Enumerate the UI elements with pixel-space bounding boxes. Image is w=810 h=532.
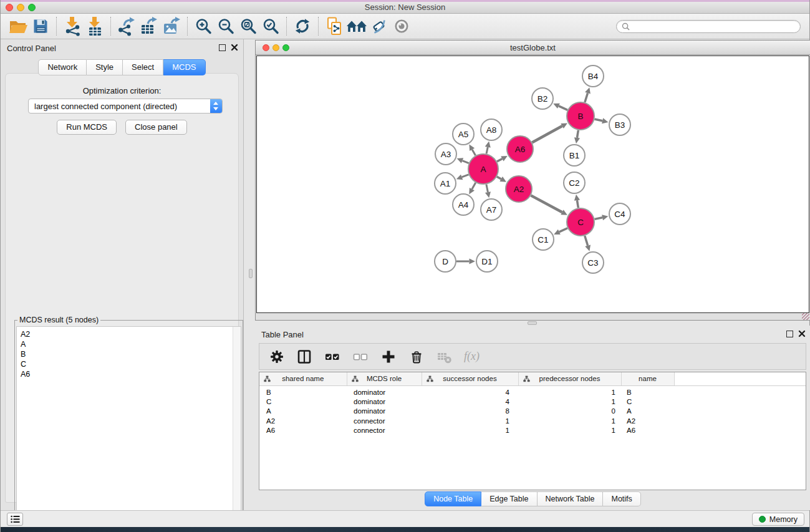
- column-header-predecessor-nodes[interactable]: predecessor nodes: [518, 372, 621, 385]
- close-table-panel-icon[interactable]: [798, 330, 806, 337]
- graph-node-D[interactable]: D: [435, 251, 456, 272]
- import-network-icon[interactable]: [61, 16, 84, 37]
- graph-edge-A-A5[interactable]: [469, 144, 475, 155]
- column-header-shared-name[interactable]: shared name: [259, 372, 347, 385]
- graph-node-C1[interactable]: C1: [533, 229, 554, 250]
- table-options-gear-icon[interactable]: [269, 349, 284, 364]
- table-cell[interactable]: A6: [621, 426, 674, 436]
- graph-node-B2[interactable]: B2: [532, 88, 553, 109]
- deselect-all-checkboxes-icon[interactable]: [352, 349, 369, 364]
- zoom-selected-icon[interactable]: [259, 16, 282, 37]
- column-header-name[interactable]: name: [621, 372, 674, 385]
- first-neighbors-icon[interactable]: [345, 16, 368, 37]
- graph-node-B[interactable]: B: [567, 102, 594, 130]
- table-cell[interactable]: 1: [422, 426, 518, 436]
- zoom-in-icon[interactable]: [192, 16, 215, 37]
- save-session-icon[interactable]: [29, 16, 52, 37]
- graph-edge-B-B4[interactable]: [585, 87, 591, 102]
- graph-edge-A-A4[interactable]: [469, 183, 475, 195]
- table-cell[interactable]: 8: [422, 407, 518, 417]
- network-canvas[interactable]: AA1A2A3A4A5A6A7A8BB1B2B3B4CC1C2C3C4DD1: [256, 56, 809, 313]
- mcds-result-item-A[interactable]: A: [17, 339, 241, 349]
- show-task-history-button[interactable]: [7, 513, 23, 526]
- table-cell[interactable]: dominator: [347, 397, 422, 407]
- graph-edge-B-B2[interactable]: [553, 104, 567, 110]
- memory-button[interactable]: Memory: [752, 513, 804, 526]
- graph-node-A7[interactable]: A7: [481, 199, 502, 220]
- table-cell[interactable]: A: [621, 407, 674, 417]
- table-cell[interactable]: A: [259, 407, 347, 417]
- graph-edge-C-C1[interactable]: [554, 228, 567, 235]
- graph-node-A8[interactable]: A8: [481, 119, 502, 140]
- graph-node-C2[interactable]: C2: [564, 172, 585, 193]
- table-cell[interactable]: connector: [347, 426, 422, 436]
- search-input[interactable]: [633, 22, 795, 31]
- float-panel-icon[interactable]: [219, 44, 226, 51]
- table-cell[interactable]: 1: [518, 385, 621, 397]
- column-header-mcds-role[interactable]: MCDS role: [347, 372, 422, 385]
- export-image-icon[interactable]: [160, 16, 183, 37]
- copy-current-network-icon[interactable]: [323, 16, 345, 37]
- table-cell[interactable]: A2: [259, 417, 347, 427]
- resize-grip-icon[interactable]: [802, 313, 809, 320]
- mcds-result-item-A6[interactable]: A6: [17, 369, 241, 379]
- graph-node-A[interactable]: A: [468, 154, 498, 184]
- horizontal-splitter-handle[interactable]: [528, 321, 537, 325]
- select-all-checkboxes-icon[interactable]: [324, 349, 340, 364]
- vertical-splitter-handle[interactable]: [249, 269, 253, 278]
- table-cell[interactable]: B: [621, 385, 674, 397]
- result-list-scrollbar[interactable]: [233, 327, 241, 530]
- close-panel-button[interactable]: Close panel: [125, 120, 187, 135]
- graph-edge-C-C3[interactable]: [585, 236, 591, 251]
- table-cell[interactable]: 4: [422, 397, 518, 407]
- graph-node-B4[interactable]: B4: [582, 65, 604, 87]
- graph-node-A2[interactable]: A2: [506, 176, 532, 202]
- table-cell[interactable]: 1: [518, 417, 621, 427]
- tab-style[interactable]: Style: [87, 59, 123, 75]
- tab-node-table[interactable]: Node Table: [425, 491, 481, 506]
- delete-columns-trash-icon[interactable]: [408, 349, 425, 365]
- run-mcds-button[interactable]: Run MCDS: [57, 120, 117, 135]
- graph-edge-B-B1[interactable]: [574, 130, 580, 144]
- network-window-titlebar[interactable]: testGlobe.txt: [256, 41, 810, 55]
- show-column-icon[interactable]: [296, 349, 312, 365]
- graph-node-B3[interactable]: B3: [609, 114, 630, 135]
- tab-mcds[interactable]: MCDS: [163, 59, 205, 75]
- tab-network[interactable]: Network: [38, 59, 87, 75]
- mcds-result-item-C[interactable]: C: [17, 359, 241, 369]
- graph-edge-A-A6[interactable]: [497, 156, 508, 162]
- graph-node-C3[interactable]: C3: [582, 252, 604, 273]
- export-network-icon[interactable]: [115, 16, 138, 37]
- table-cell[interactable]: 1: [422, 417, 518, 427]
- graph-node-A4[interactable]: A4: [453, 194, 474, 215]
- show-graphics-details-icon[interactable]: [390, 16, 413, 37]
- import-table-icon[interactable]: [84, 16, 106, 37]
- graph-edge-A-A3[interactable]: [457, 158, 469, 163]
- graph-node-A6[interactable]: A6: [507, 136, 533, 162]
- tab-motifs[interactable]: Motifs: [603, 491, 640, 506]
- graph-edge-D-D1[interactable]: [456, 258, 475, 264]
- table-cell[interactable]: A6: [259, 426, 347, 436]
- graph-edge-C-C4[interactable]: [595, 215, 609, 220]
- graph-edge-B-B3[interactable]: [594, 118, 608, 123]
- delete-table-icon[interactable]: [436, 349, 452, 364]
- float-table-panel-icon[interactable]: [786, 331, 793, 337]
- graph-node-C[interactable]: C: [567, 208, 594, 236]
- close-panel-icon[interactable]: [231, 44, 238, 51]
- graph-edge-A-A1[interactable]: [456, 175, 469, 180]
- graph-edge-A-A7[interactable]: [485, 185, 491, 198]
- tab-select[interactable]: Select: [123, 59, 163, 75]
- mcds-result-item-B[interactable]: B: [17, 349, 241, 359]
- table-cell[interactable]: dominator: [347, 407, 422, 417]
- graph-edge-A-A8[interactable]: [485, 142, 491, 154]
- graph-node-C4[interactable]: C4: [609, 203, 630, 225]
- optimization-criterion-select[interactable]: largest connected component (directed): [28, 99, 223, 114]
- table-cell[interactable]: 0: [518, 407, 621, 417]
- create-new-column-icon[interactable]: [380, 349, 397, 365]
- table-cell[interactable]: C: [621, 397, 674, 407]
- table-cell[interactable]: A2: [621, 417, 674, 427]
- graph-node-A1[interactable]: A1: [435, 173, 456, 194]
- table-cell[interactable]: 1: [518, 426, 621, 436]
- graph-node-A3[interactable]: A3: [435, 143, 456, 165]
- graph-edge-A-A2[interactable]: [497, 177, 506, 182]
